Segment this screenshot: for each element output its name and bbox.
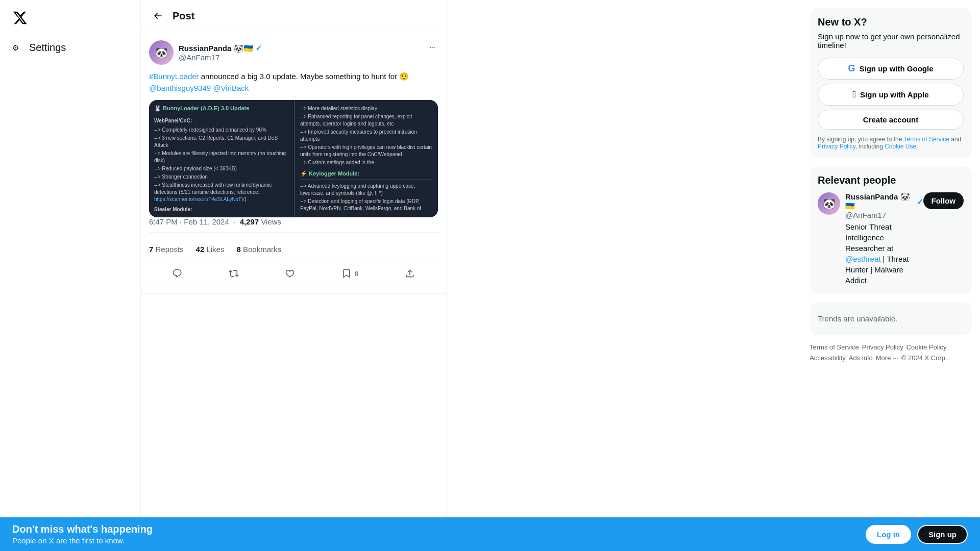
tweet-user-row: 🐼 RussianPanda 🐼🇺🇦 ✓ @AnFam17 ··· [149, 40, 438, 65]
privacy-policy-link[interactable]: Privacy Policy [818, 143, 855, 150]
cookie-use-link[interactable]: Cookie Use [885, 143, 916, 150]
hashtag-link[interactable]: #BunnyLoader [149, 72, 199, 81]
google-btn-label: Sign up with Google [860, 64, 934, 73]
create-account-button[interactable]: Create account [818, 110, 964, 130]
new-to-x-card: New to X? Sign up now to get your own pe… [810, 8, 972, 158]
tweet-user-info: 🐼 RussianPanda 🐼🇺🇦 ✓ @AnFam17 [149, 40, 262, 65]
tweet-views-label: Views [261, 217, 281, 226]
apple-btn-label: Sign up with Apple [860, 90, 928, 99]
tweet-actions: 8 [149, 262, 438, 285]
page-title: Post [173, 10, 194, 22]
follow-button[interactable]: Follow [923, 192, 964, 209]
footer-cookie[interactable]: Cookie Policy [906, 343, 947, 351]
google-icon: G [848, 63, 855, 74]
share-button[interactable] [401, 264, 419, 283]
avatar[interactable]: 🐼 [149, 40, 174, 65]
tweet-timestamp: 6:47 PM · Feb 11, 2024 [149, 217, 229, 226]
person-info: 🐼 RussianPanda 🐼🇺🇦 ✓ @AnFam17 Senior Thr… [818, 192, 923, 286]
footer-links: Terms of Service Privacy Policy Cookie P… [810, 343, 972, 362]
create-account-label: Create account [863, 115, 918, 124]
bottom-bar-text: Don't miss what's happening People on X … [12, 523, 153, 545]
signup-google-button[interactable]: G Sign up with Google [818, 58, 964, 80]
user-name-block: RussianPanda 🐼🇺🇦 ✓ @AnFam17 [179, 43, 262, 62]
bookmarks-label: Bookmarks [243, 245, 281, 254]
footer-ads[interactable]: Ads info [849, 354, 873, 362]
relevant-people-section: Relevant people 🐼 RussianPanda 🐼🇺🇦 ✓ @An… [810, 166, 972, 294]
trends-section: Trends are unavailable. [810, 302, 972, 335]
left-sidebar: ⚙ Settings [0, 0, 140, 551]
reply-button[interactable] [168, 264, 186, 283]
new-to-x-subtitle: Sign up now to get your own personalized… [818, 32, 964, 49]
tweet-views-count: 4,297 [240, 217, 259, 226]
signup-bar-button[interactable]: Sign up [917, 525, 968, 544]
tweet-stats: 7 Reposts 42 Likes 8 Bookmarks [149, 239, 438, 260]
bookmark-button[interactable]: 8 [337, 264, 362, 283]
tweet-image-right-panel: --> More detailed statistics display -->… [294, 100, 438, 217]
bio-mention[interactable]: @esthreat [845, 255, 880, 263]
person-avatar[interactable]: 🐼 [818, 192, 840, 215]
new-to-x-title: New to X? [818, 16, 964, 28]
settings-label: Settings [29, 42, 66, 54]
footer-terms[interactable]: Terms of Service [810, 343, 859, 351]
trends-message: Trends are unavailable. [818, 314, 897, 323]
retweet-button[interactable] [225, 264, 243, 283]
login-button[interactable]: Log in [866, 525, 911, 544]
verified-badge: ✓ [255, 43, 262, 53]
reposts-stat[interactable]: 7 Reposts [149, 245, 184, 254]
display-name[interactable]: RussianPanda 🐼🇺🇦 ✓ [179, 43, 262, 53]
footer-more[interactable]: More ··· [876, 354, 898, 362]
username[interactable]: @AnFam17 [179, 53, 262, 62]
terms-of-service-link[interactable]: Terms of Service [904, 136, 949, 143]
more-options-button[interactable]: ··· [427, 40, 438, 53]
likes-count: 42 [196, 245, 205, 254]
x-logo[interactable] [6, 4, 134, 32]
tweet-image: 🐰 BunnyLoader (A.D.E) 3.0 Update WebPane… [149, 100, 438, 217]
tweet-text: #BunnyLoader announced a big 3.0 update.… [149, 71, 438, 94]
bottom-bar-subline: People on X are the first to know. [12, 536, 153, 545]
sidebar-item-settings[interactable]: ⚙ Settings [6, 36, 72, 60]
post-header: Post [141, 0, 446, 32]
relevant-people-title: Relevant people [818, 174, 964, 186]
bottom-bar-actions: Log in Sign up [866, 525, 968, 544]
main-content: Post 🐼 RussianPanda 🐼🇺🇦 ✓ @AnFam17 [140, 0, 447, 551]
person-bio: Senior Threat Intelligence Researcher at… [845, 221, 923, 286]
bookmarks-stat[interactable]: 8 Bookmarks [236, 245, 281, 254]
bottom-bar: Don't miss what's happening People on X … [0, 517, 980, 551]
back-button[interactable] [149, 7, 166, 24]
signup-apple-button[interactable]:  Sign up with Apple [818, 84, 964, 106]
footer-privacy[interactable]: Privacy Policy [862, 343, 903, 351]
tweet-meta: 6:47 PM · Feb 11, 2024 · 4,297 Views [149, 217, 438, 233]
likes-label: Likes [206, 245, 224, 254]
bottom-bar-headline: Don't miss what's happening [12, 523, 153, 535]
bookmark-count: 8 [355, 270, 358, 278]
verified-badge-relevant: ✓ [917, 197, 923, 207]
like-button[interactable] [281, 264, 299, 283]
footer-accessibility[interactable]: Accessibility [810, 354, 846, 362]
person-name[interactable]: RussianPanda 🐼🇺🇦 ✓ [845, 192, 923, 211]
copyright: © 2024 X Corp. [901, 354, 947, 362]
person-row: 🐼 RussianPanda 🐼🇺🇦 ✓ @AnFam17 Senior Thr… [818, 192, 964, 286]
terms-text: By signing up, you agree to the Terms of… [818, 136, 964, 150]
gear-icon: ⚙ [12, 43, 19, 53]
person-handle[interactable]: @AnFam17 [845, 211, 923, 219]
apple-icon:  [852, 89, 856, 100]
likes-stat[interactable]: 42 Likes [196, 245, 225, 254]
right-sidebar: New to X? Sign up now to get your own pe… [801, 0, 980, 370]
person-details: RussianPanda 🐼🇺🇦 ✓ @AnFam17 Senior Threa… [845, 192, 923, 286]
bookmarks-count: 8 [236, 245, 240, 254]
reposts-count: 7 [149, 245, 153, 254]
mention-link-1[interactable]: @banthisguy9349 [149, 84, 211, 92]
tweet-image-left-panel: 🐰 BunnyLoader (A.D.E) 3.0 Update WebPane… [149, 100, 293, 217]
tweet-container: 🐼 RussianPanda 🐼🇺🇦 ✓ @AnFam17 ··· #Bunny… [141, 32, 446, 294]
mention-link-2[interactable]: @ViriBack [213, 84, 249, 92]
reposts-label: Reposts [156, 245, 184, 254]
